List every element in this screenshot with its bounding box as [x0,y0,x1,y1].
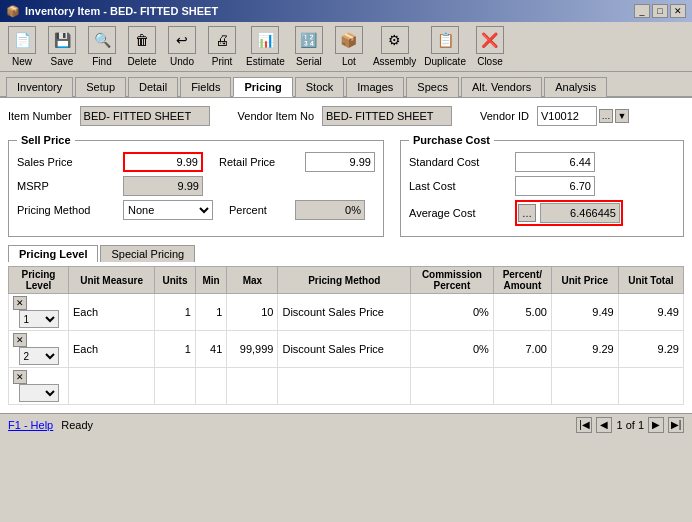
toolbar-btn-estimate[interactable]: 📊Estimate [246,26,285,67]
minimize-button[interactable]: _ [634,4,650,18]
col-unit-total: Unit Total [618,267,683,294]
tab-pricing[interactable]: Pricing [233,77,292,97]
row-pricing-method: Discount Sales Price [278,294,411,331]
row-pricing-method: Discount Sales Price [278,331,411,368]
page-total: 1 [638,419,644,431]
toolbar-btn-delete[interactable]: 🗑Delete [126,26,158,67]
empty-col4 [195,368,226,405]
empty-delete-button[interactable]: ✕ [13,370,27,384]
page-of: of [626,419,638,431]
row-level-select[interactable]: 2 [19,347,59,365]
first-page-button[interactable]: |◀ [576,417,592,433]
row-level-select[interactable]: 1 [19,310,59,328]
empty-col6 [278,368,411,405]
toolbar-label-estimate: Estimate [246,56,285,67]
pricing-tab-special-pricing[interactable]: Special Pricing [100,245,195,262]
toolbar-label-serial: Serial [296,56,322,67]
toolbar-btn-print[interactable]: 🖨Print [206,26,238,67]
pricing-tab-pricing-level[interactable]: Pricing Level [8,245,98,262]
toolbar: 📄New💾Save🔍Find🗑Delete↩Undo🖨Print📊Estimat… [0,22,692,72]
toolbar-label-close: Close [477,56,503,67]
vendor-dropdown-button[interactable]: ▼ [615,109,629,123]
maximize-button[interactable]: □ [652,4,668,18]
toolbar-label-duplicate: Duplicate [424,56,466,67]
empty-col5 [227,368,278,405]
close-button[interactable]: ✕ [670,4,686,18]
tab-analysis[interactable]: Analysis [544,77,607,97]
row-unit-measure: Each [69,331,155,368]
pricing-method-row: Pricing Method None Percent [17,200,375,220]
tab-inventory[interactable]: Inventory [6,77,73,97]
row-max: 99,999 [227,331,278,368]
toolbar-btn-close[interactable]: ❌Close [474,26,506,67]
pricing-level-tabs: Pricing LevelSpecial Pricing [8,245,684,262]
row-delete-button[interactable]: ✕ [13,333,27,347]
toolbar-icon-assembly: ⚙ [381,26,409,54]
toolbar-btn-serial[interactable]: 🔢Serial [293,26,325,67]
toolbar-label-assembly: Assembly [373,56,416,67]
toolbar-btn-find[interactable]: 🔍Find [86,26,118,67]
tab-fields[interactable]: Fields [180,77,231,97]
empty-level-select[interactable] [19,384,59,402]
main-content: Item Number Vendor Item No Vendor ID … ▼… [0,98,692,413]
tab-detail[interactable]: Detail [128,77,178,97]
row-percent-amount: 5.00 [493,294,551,331]
empty-col3 [155,368,196,405]
toolbar-label-find: Find [92,56,111,67]
tab-specs[interactable]: Specs [406,77,459,97]
vendor-lookup-button[interactable]: … [599,109,613,123]
empty-row-level: ✕ [9,368,69,405]
col-pricing-method: Pricing Method [278,267,411,294]
msrp-input[interactable] [123,176,203,196]
percent-input[interactable] [295,200,365,220]
toolbar-btn-assembly[interactable]: ⚙Assembly [373,26,416,67]
empty-col10 [618,368,683,405]
row-max: 10 [227,294,278,331]
row-unit-price: 9.49 [551,294,618,331]
average-cost-label: Average Cost [409,207,509,219]
sell-price-fieldset: Sell Price Sales Price Retail Price MSRP… [8,134,384,237]
row-delete-button[interactable]: ✕ [13,296,27,310]
toolbar-btn-new[interactable]: 📄New [6,26,38,67]
average-cost-input[interactable] [540,203,620,223]
col-units: Units [155,267,196,294]
row-units: 1 [155,331,196,368]
toolbar-btn-lot[interactable]: 📦Lot [333,26,365,67]
col-percent-amount: Percent/Amount [493,267,551,294]
pricing-method-label: Pricing Method [17,204,117,216]
last-cost-row: Last Cost [409,176,675,196]
pricing-method-select[interactable]: None [123,200,213,220]
sales-price-input[interactable] [123,152,203,172]
tab-setup[interactable]: Setup [75,77,126,97]
last-page-button[interactable]: ▶| [668,417,684,433]
item-number-input[interactable] [80,106,210,126]
col-unit-price: Unit Price [551,267,618,294]
item-number-label: Item Number [8,110,72,122]
next-page-button[interactable]: ▶ [648,417,664,433]
toolbar-icon-save: 💾 [48,26,76,54]
retail-price-input[interactable] [305,152,375,172]
toolbar-label-delete: Delete [128,56,157,67]
row-unit-total: 9.49 [618,294,683,331]
toolbar-btn-duplicate[interactable]: 📋Duplicate [424,26,466,67]
vendor-id-input[interactable] [537,106,597,126]
tab-alt--vendors[interactable]: Alt. Vendors [461,77,542,97]
row-min: 1 [195,294,226,331]
standard-cost-label: Standard Cost [409,156,509,168]
toolbar-btn-save[interactable]: 💾Save [46,26,78,67]
sales-price-row: Sales Price Retail Price [17,152,375,172]
last-cost-input[interactable] [515,176,595,196]
toolbar-icon-new: 📄 [8,26,36,54]
row-unit-measure: Each [69,294,155,331]
toolbar-btn-undo[interactable]: ↩Undo [166,26,198,67]
row-commission: 0% [411,294,494,331]
average-cost-button[interactable]: … [518,204,536,222]
standard-cost-input[interactable] [515,152,595,172]
toolbar-icon-close: ❌ [476,26,504,54]
prev-page-button[interactable]: ◀ [596,417,612,433]
vendor-item-input[interactable] [322,106,452,126]
tab-images[interactable]: Images [346,77,404,97]
app-icon: 📦 [6,5,20,18]
tab-stock[interactable]: Stock [295,77,345,97]
help-link[interactable]: F1 - Help [8,419,53,431]
